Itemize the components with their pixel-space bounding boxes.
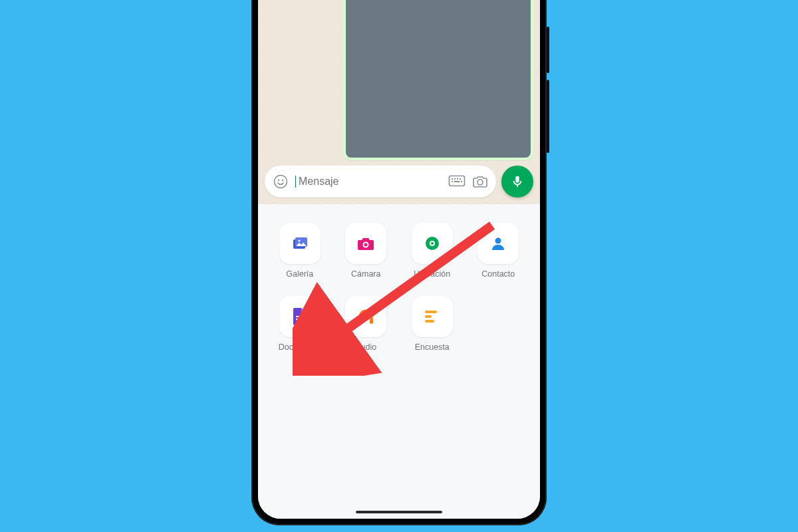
svg-point-2 — [282, 180, 283, 181]
phone-side-button — [547, 80, 549, 153]
attachment-label: Contacto — [481, 269, 515, 279]
attachment-grid: Galería Cámara Ubicación — [273, 223, 525, 352]
attachment-label: Audio — [355, 342, 376, 352]
attachment-contact[interactable]: Contacto — [471, 223, 526, 279]
svg-rect-9 — [454, 181, 460, 182]
svg-point-14 — [298, 240, 300, 242]
svg-rect-25 — [370, 318, 373, 324]
microphone-icon — [510, 174, 525, 189]
svg-rect-23 — [296, 321, 301, 323]
chat-area[interactable]: Hello, my friend 11:47 — [258, 0, 540, 166]
phone-screen: Hello, my friend 11:47 — [258, 0, 540, 519]
svg-rect-28 — [425, 320, 434, 323]
keyboard-icon[interactable] — [448, 175, 466, 188]
message-row — [265, 0, 533, 160]
home-indicator[interactable] — [356, 511, 442, 513]
voice-message-button[interactable] — [501, 166, 533, 198]
headphones-icon — [345, 296, 386, 337]
text-cursor — [295, 176, 296, 188]
attachment-location[interactable]: Ubicación — [405, 223, 460, 279]
svg-rect-5 — [454, 178, 456, 180]
emoji-icon[interactable] — [273, 174, 289, 190]
svg-rect-8 — [452, 181, 453, 182]
svg-point-11 — [477, 180, 483, 185]
media-placeholder — [346, 0, 531, 158]
svg-rect-4 — [452, 178, 453, 180]
camera-icon[interactable] — [472, 174, 488, 189]
phone-frame: Hello, my friend 11:47 — [251, 0, 547, 525]
message-input-container — [265, 166, 496, 198]
svg-rect-26 — [425, 311, 437, 313]
svg-rect-7 — [460, 178, 461, 180]
attachment-label: Galería — [286, 269, 313, 279]
location-icon — [412, 223, 453, 264]
attachment-label: Cámara — [351, 269, 380, 279]
phone-side-button — [547, 27, 549, 73]
svg-rect-21 — [296, 316, 303, 317]
attachment-label: Documento — [279, 342, 321, 352]
gallery-icon — [279, 223, 321, 264]
outgoing-media-message[interactable] — [343, 0, 533, 160]
attachment-document[interactable]: Documento — [273, 296, 327, 352]
svg-point-0 — [275, 176, 287, 188]
attachment-poll[interactable]: Encuesta — [405, 296, 460, 352]
attachment-camera[interactable]: Cámara — [339, 223, 394, 279]
svg-point-1 — [278, 180, 279, 181]
svg-rect-10 — [461, 181, 462, 182]
svg-rect-27 — [425, 315, 432, 318]
attachment-audio[interactable]: Audio — [339, 296, 394, 352]
message-input[interactable] — [299, 176, 442, 188]
svg-point-19 — [431, 242, 434, 245]
attachment-label: Ubicación — [414, 269, 450, 279]
attachment-gallery[interactable]: Galería — [273, 223, 327, 279]
svg-point-16 — [364, 243, 368, 247]
document-icon — [279, 296, 321, 337]
svg-point-20 — [495, 238, 501, 244]
message-input-bar — [258, 166, 540, 204]
svg-rect-24 — [358, 318, 362, 324]
poll-icon — [412, 296, 453, 337]
camera-tile-icon — [345, 223, 386, 264]
svg-rect-22 — [296, 319, 303, 320]
attachment-panel: Galería Cámara Ubicación — [258, 204, 540, 519]
contact-icon — [477, 223, 519, 264]
attachment-label: Encuesta — [415, 342, 450, 352]
svg-rect-6 — [457, 178, 458, 180]
